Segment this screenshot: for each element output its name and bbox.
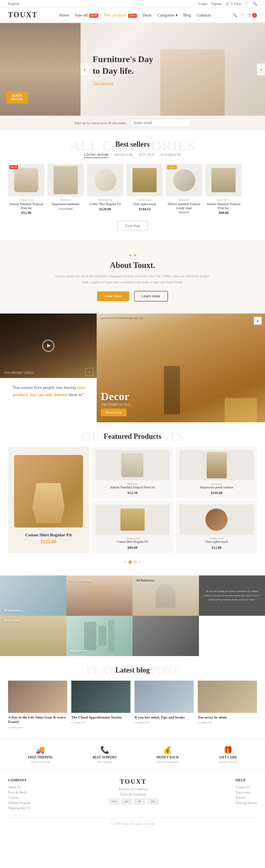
featured-item-category: Living room (209, 537, 224, 540)
footer-link[interactable]: Press & Media (8, 791, 31, 794)
footer-link[interactable]: Track order (236, 791, 257, 794)
view-shop-button[interactable]: View shop (117, 221, 148, 230)
product-card: Home Decor Coffee Shirt Regular Fit $120… (87, 164, 123, 215)
nav-sale[interactable]: Sale off HOT (75, 13, 98, 17)
featured-item-name: Jeanine Standard Tropical Print list (110, 486, 155, 490)
footer-columns: COMPANY About Us Press & Media Careers A… (8, 778, 257, 812)
category-living[interactable]: All Living room (66, 575, 133, 616)
nav-deals[interactable]: Deals (143, 13, 152, 17)
quote-after: them in" (69, 392, 84, 397)
cart-nav-icon[interactable]: 🛒1 (247, 12, 257, 18)
feature-sub: Special Voucher (219, 760, 237, 764)
gift-icon: 🎁 (224, 745, 232, 754)
decor-read-more-button[interactable]: Read more (101, 409, 126, 416)
product-image: SALE (166, 164, 202, 196)
nav-logo[interactable]: TOUXT (8, 11, 38, 19)
blog-image (8, 681, 67, 713)
about-title: About Touxt. (8, 261, 257, 270)
prev-page-button[interactable]: ‹ (124, 559, 126, 565)
wishlist-nav-icon[interactable]: ♡ (240, 13, 244, 17)
nav-contacts[interactable]: Contacts (197, 13, 211, 17)
category-quote-text: "If you are going to create a product of… (202, 589, 262, 602)
feature-gift: 🎁 GIFT CARD Special Voucher (219, 745, 237, 764)
hero-title: Furniture's Day to Day life. (93, 54, 253, 77)
footer-link[interactable]: Viewing History (236, 801, 257, 805)
feature-title: GIFT CARD (219, 756, 237, 759)
promo-section: ▶ 2016 PROMO VIDEO › "You cannot bore pe… (0, 314, 265, 422)
footer-link[interactable]: Returns (236, 796, 257, 799)
hero-collection-link[interactable]: The collection (93, 81, 253, 85)
featured-section: OUR PRODUCTS Featured Products Cotton Sh… (0, 422, 265, 575)
next-page-button[interactable]: › (139, 559, 141, 565)
footer-link[interactable]: Contact Us (236, 785, 257, 789)
page-dot-1[interactable] (128, 561, 132, 564)
about-icon: ✦ ✦ (8, 253, 257, 259)
nav-home[interactable]: Home (59, 13, 69, 17)
footer-link[interactable]: Purchase & Condition (108, 787, 158, 791)
newsletter-input[interactable] (130, 119, 190, 127)
category-homedecor[interactable]: Home Decor (66, 616, 133, 656)
category-label: All Kitchen (3, 619, 19, 623)
page-dot-2[interactable] (134, 561, 137, 564)
learn-more-button[interactable]: Learn more (134, 291, 168, 301)
search-icon[interactable]: 🔍 (253, 2, 257, 6)
signup-link[interactable]: Signup (211, 2, 222, 6)
blog-post-title: If you lost mind, Tips and freaks (135, 715, 194, 720)
hero-next-button[interactable]: › (257, 63, 265, 75)
feature-shipping: 🚚 FREE SHIPPING Order over $150 (28, 745, 53, 764)
nav-new[interactable]: New products NEW (104, 13, 137, 17)
product-price: $88.00 (205, 211, 242, 215)
room-decor-badge: ROOM DECOR (6, 91, 28, 104)
footer-logo: TOUXT (108, 778, 158, 785)
decor-expand-button[interactable]: › (254, 317, 262, 325)
featured-item-image (95, 450, 170, 480)
hero-prev-button[interactable]: ‹ (81, 63, 89, 75)
product-category: Living room (8, 198, 44, 201)
category-quote: "If you are going to create a product of… (199, 575, 265, 616)
cart-icon[interactable]: 🛒 1 View (226, 2, 241, 6)
nav-blog[interactable]: Blog (183, 13, 191, 17)
categories-grid: All Living room All Bathroom All Bedroom… (0, 575, 265, 656)
footer-link[interactable]: About Us (8, 785, 31, 789)
decor-text-overlay: Decor THE STORY TO TELL Read more (101, 390, 132, 416)
language-selector[interactable]: English (8, 2, 19, 6)
featured-item-name: Suspension pendt luminor (200, 486, 234, 490)
nav-categories[interactable]: Categories ▾ (157, 13, 178, 17)
blog-image (71, 681, 130, 713)
wishlist-icon[interactable]: ♡ (245, 2, 248, 6)
category-kitchen[interactable]: All Kitchen (0, 616, 66, 656)
featured-main-price: $125.00 (41, 539, 56, 545)
footer-company-title: COMPANY (8, 778, 31, 782)
product-category: Bedroom (48, 198, 84, 201)
decor-subtitle: THE STORY TO TELL (101, 403, 132, 407)
product-card: Bedroom Suspension luminaire Over $200 (48, 164, 84, 215)
quote-container: "You cannot bore people into buying your… (0, 378, 97, 404)
play-button[interactable]: ▶ (42, 340, 54, 352)
featured-main-name: Cotton Shirt Regular Fit (25, 532, 72, 537)
paypal-icon: PP (134, 798, 145, 805)
visa-icon: VISA (108, 798, 120, 805)
footer-link[interactable]: Careers (8, 796, 31, 799)
product-badge: NEW (9, 165, 18, 169)
feature-title: FREE SHIPPING (28, 756, 53, 759)
featured-item-price: $89.00 (128, 546, 138, 550)
footer-link[interactable]: Shipping Info Us (8, 806, 31, 810)
footer-link[interactable]: Terms & Conditions (108, 793, 158, 796)
view-store-button[interactable]: View Store (97, 291, 129, 301)
decor-title: Decor (101, 390, 132, 403)
login-link[interactable]: Login (199, 2, 207, 6)
navigation: TOUXT Home Sale off HOT New products NEW… (0, 8, 265, 23)
promo-left: ▶ 2016 PROMO VIDEO › "You cannot bore pe… (0, 314, 97, 422)
category-bedroom[interactable]: All Bedroom (0, 575, 66, 616)
featured-item-category: Bedroom (127, 482, 138, 486)
product-category: Living room (126, 198, 163, 201)
footer-middle: TOUXT Purchase & Condition Terms & Condi… (108, 778, 158, 812)
promo-expand-button[interactable]: › (85, 368, 93, 376)
category-bathroom[interactable]: All Bathroom (132, 575, 199, 616)
product-old-price: $158.00 (166, 211, 202, 214)
search-nav-icon[interactable]: 🔍 (232, 13, 237, 17)
hero-content: Furniture's Day to Day life. The collect… (81, 46, 265, 93)
footer-link[interactable]: Affiliate Program (8, 801, 31, 805)
featured-item: Bedroom Suspension pendt luminor $119.00 (176, 447, 257, 498)
bestsellers-section: ALL CATEGORIES Best sellers LIVING ROOM … (0, 130, 265, 241)
